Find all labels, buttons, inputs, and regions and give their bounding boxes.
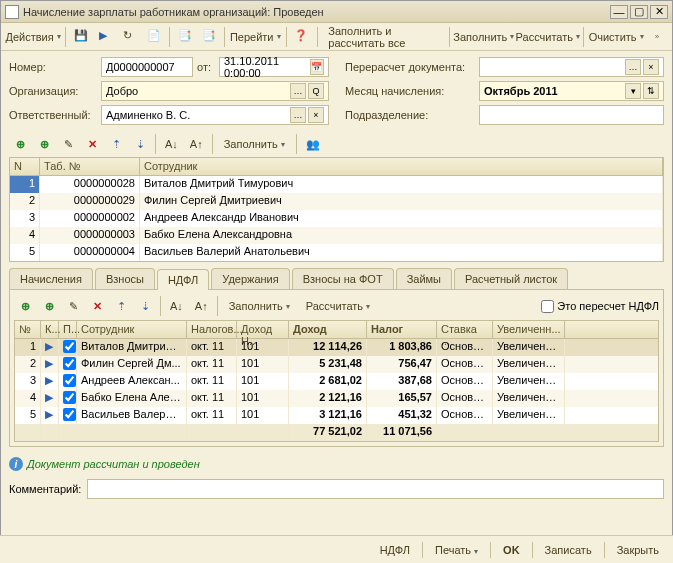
fill-menu[interactable]: Заполнить ▾ bbox=[454, 26, 515, 48]
post-icon[interactable]: ▶ bbox=[94, 26, 116, 48]
month-label: Месяц начисления: bbox=[345, 85, 475, 97]
open-icon[interactable]: Q bbox=[308, 83, 324, 99]
number-field[interactable]: Д0000000007 bbox=[101, 57, 193, 77]
resp-field[interactable]: Админенко В. С.…× bbox=[101, 105, 329, 125]
tab-accruals[interactable]: Начисления bbox=[9, 268, 93, 289]
recalc-field[interactable]: …× bbox=[479, 57, 664, 77]
save-button[interactable]: Записать bbox=[539, 542, 598, 558]
col-header-emp[interactable]: Сотрудник bbox=[140, 158, 663, 175]
add-row-button[interactable]: ⊕ bbox=[9, 133, 31, 155]
col-k[interactable]: К... bbox=[41, 321, 59, 338]
add-row-button[interactable]: ⊕ bbox=[14, 295, 36, 317]
close-button[interactable]: ✕ bbox=[650, 5, 668, 19]
document-icon bbox=[5, 5, 19, 19]
ndfl-button[interactable]: НДФЛ bbox=[374, 542, 416, 558]
table-row[interactable]: 4▶Бабко Елена Алек...окт. 111012 121,161… bbox=[15, 390, 658, 407]
select-icon[interactable]: … bbox=[290, 83, 306, 99]
date-label: от: bbox=[197, 61, 215, 73]
tab-deductions[interactable]: Удержания bbox=[211, 268, 289, 289]
minimize-button[interactable]: — bbox=[610, 5, 628, 19]
table-row[interactable]: 40000000003Бабко Елена Александровна bbox=[10, 227, 663, 244]
org-label: Организация: bbox=[9, 85, 97, 97]
date-field[interactable]: 31.10.2011 0:00:00📅 bbox=[219, 57, 329, 77]
insert-row-button[interactable]: ⊕ bbox=[38, 295, 60, 317]
table-row[interactable]: 50000000004Васильев Валерий Анатольевич bbox=[10, 244, 663, 261]
totals-row: 77 521,0211 071,56 bbox=[15, 424, 658, 441]
select-icon[interactable]: … bbox=[625, 59, 641, 75]
number-label: Номер: bbox=[9, 61, 97, 73]
clear-menu[interactable]: Очистить ▾ bbox=[588, 26, 644, 48]
move-up-button[interactable]: ⇡ bbox=[110, 295, 132, 317]
users-icon[interactable]: 👥 bbox=[301, 133, 325, 155]
calc-menu3[interactable]: Рассчитать ▾ bbox=[299, 295, 377, 317]
col-header-n[interactable]: N bbox=[10, 158, 40, 175]
fill-menu2[interactable]: Заполнить ▾ bbox=[217, 133, 292, 155]
tab-contributions[interactable]: Взносы bbox=[95, 268, 155, 289]
tab-ndfl[interactable]: НДФЛ bbox=[157, 269, 209, 290]
edit-row-button[interactable]: ✎ bbox=[57, 133, 79, 155]
col-doh[interactable]: Доход Н... bbox=[237, 321, 289, 338]
recalc-label: Перерасчет документа: bbox=[345, 61, 475, 73]
move-down-button[interactable]: ⇣ bbox=[129, 133, 151, 155]
recalc-ndfl-checkbox[interactable] bbox=[541, 300, 554, 313]
sheet2-icon[interactable]: 📑 bbox=[198, 26, 220, 48]
select-icon[interactable]: … bbox=[290, 107, 306, 123]
insert-row-button[interactable]: ⊕ bbox=[33, 133, 55, 155]
delete-row-button[interactable]: ✕ bbox=[86, 295, 108, 317]
sort-asc-button[interactable]: A↓ bbox=[160, 133, 183, 155]
month-field[interactable]: Октябрь 2011▾⇅ bbox=[479, 81, 664, 101]
col-emp[interactable]: Сотрудник bbox=[77, 321, 187, 338]
resp-label: Ответственный: bbox=[9, 109, 97, 121]
col-stav[interactable]: Ставка ... bbox=[437, 321, 493, 338]
col-nalog[interactable]: Налог bbox=[367, 321, 437, 338]
sort-asc-button[interactable]: A↓ bbox=[165, 295, 188, 317]
subdiv-field[interactable] bbox=[479, 105, 664, 125]
calc-menu[interactable]: Рассчитать ▾ bbox=[516, 26, 579, 48]
copy-icon[interactable]: 📄 bbox=[143, 26, 165, 48]
sort-desc-button[interactable]: A↑ bbox=[185, 133, 208, 155]
table-row[interactable]: 3▶Андреев Алексан...окт. 111012 681,0238… bbox=[15, 373, 658, 390]
fill-menu3[interactable]: Заполнить ▾ bbox=[222, 295, 297, 317]
edit-row-button[interactable]: ✎ bbox=[62, 295, 84, 317]
col-p[interactable]: П... bbox=[59, 321, 77, 338]
info-icon: i bbox=[9, 457, 23, 471]
calendar-icon[interactable]: 📅 bbox=[310, 59, 324, 75]
maximize-button[interactable]: ▢ bbox=[630, 5, 648, 19]
refresh-icon[interactable]: ↻ bbox=[118, 26, 140, 48]
col-n[interactable]: № bbox=[15, 321, 41, 338]
table-row[interactable]: 20000000029Филин Сергей Дмитриевич bbox=[10, 193, 663, 210]
move-up-button[interactable]: ⇡ bbox=[105, 133, 127, 155]
window-title: Начисление зарплаты работникам организац… bbox=[23, 6, 608, 18]
spinner-icon[interactable]: ⇅ bbox=[643, 83, 659, 99]
move-down-button[interactable]: ⇣ bbox=[134, 295, 156, 317]
help-icon[interactable]: ❓ bbox=[290, 26, 312, 48]
clear-icon[interactable]: × bbox=[308, 107, 324, 123]
more-icon[interactable]: » bbox=[646, 26, 668, 48]
table-row[interactable]: 1▶Виталов Дмитрий ...окт. 1110112 114,26… bbox=[15, 339, 658, 356]
ok-button[interactable]: OK bbox=[497, 542, 526, 558]
org-field[interactable]: Добро…Q bbox=[101, 81, 329, 101]
col-nal[interactable]: Налогов... bbox=[187, 321, 237, 338]
comment-input[interactable] bbox=[87, 479, 664, 499]
sheet1-icon[interactable]: 📑 bbox=[174, 26, 196, 48]
print-button[interactable]: Печать ▾ bbox=[429, 542, 484, 558]
table-row[interactable]: 5▶Васильев Валерий...окт. 111013 121,164… bbox=[15, 407, 658, 424]
col-dohod[interactable]: Доход bbox=[289, 321, 367, 338]
actions-menu[interactable]: Действия ▾ bbox=[5, 26, 61, 48]
table-row[interactable]: 2▶Филин Сергей Дм...окт. 111015 231,4875… bbox=[15, 356, 658, 373]
tab-fot[interactable]: Взносы на ФОТ bbox=[292, 268, 394, 289]
dropdown-icon[interactable]: ▾ bbox=[625, 83, 641, 99]
sort-desc-button[interactable]: A↑ bbox=[190, 295, 213, 317]
clear-icon[interactable]: × bbox=[643, 59, 659, 75]
col-uvel[interactable]: Увеличенн... bbox=[493, 321, 565, 338]
col-header-tab[interactable]: Таб. № bbox=[40, 158, 140, 175]
tab-loans[interactable]: Займы bbox=[396, 268, 452, 289]
fill-calc-all-button[interactable]: Заполнить и рассчитать все bbox=[321, 26, 444, 48]
table-row[interactable]: 30000000002Андреев Александр Иванович bbox=[10, 210, 663, 227]
goto-menu[interactable]: Перейти ▾ bbox=[229, 26, 282, 48]
close-button[interactable]: Закрыть bbox=[611, 542, 665, 558]
delete-row-button[interactable]: ✕ bbox=[81, 133, 103, 155]
tab-payslip[interactable]: Расчетный листок bbox=[454, 268, 568, 289]
table-row[interactable]: 10000000028Виталов Дмитрий Тимурович bbox=[10, 176, 663, 193]
save-icon[interactable]: 💾 bbox=[70, 26, 92, 48]
